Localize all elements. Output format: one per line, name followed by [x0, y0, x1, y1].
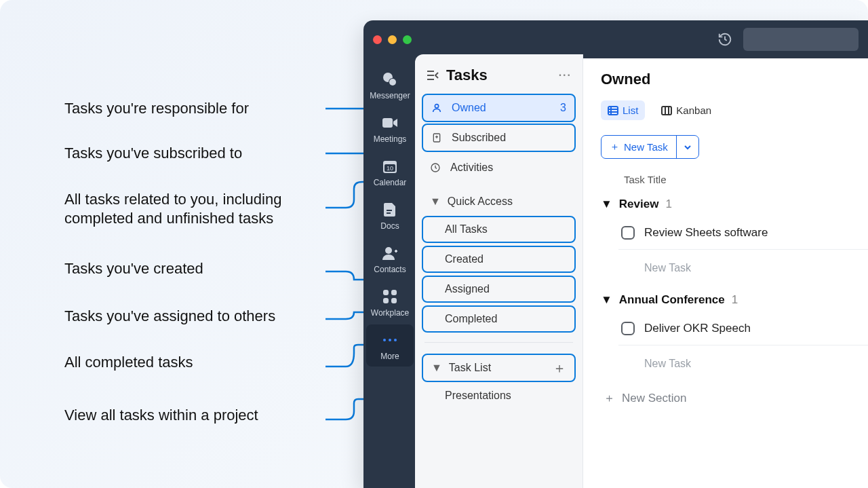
add-task-list-button[interactable]: ＋	[553, 359, 566, 377]
new-section-button[interactable]: ＋ New Section	[601, 379, 868, 406]
window-titlebar	[363, 20, 868, 58]
add-task-inline[interactable]: New Task	[601, 252, 868, 284]
svg-rect-20	[608, 107, 618, 115]
task-group-review[interactable]: ▼ Review 1	[601, 198, 868, 211]
svg-rect-10	[383, 290, 389, 295]
bookmark-icon	[431, 132, 443, 143]
svg-point-2	[389, 79, 396, 86]
sidebar-item-all-tasks[interactable]: All Tasks	[422, 216, 576, 243]
close-window-button[interactable]	[373, 35, 382, 44]
view-tab-list[interactable]: List	[601, 100, 645, 120]
caret-down-icon: ▼	[601, 293, 612, 307]
nav-docs[interactable]: Docs	[366, 194, 414, 236]
clock-icon	[430, 162, 442, 173]
svg-rect-24	[662, 107, 671, 115]
plus-icon: ＋	[610, 140, 620, 153]
new-task-button[interactable]: ＋ New Task	[601, 135, 699, 159]
window-controls[interactable]	[373, 35, 412, 44]
svg-rect-11	[391, 290, 397, 295]
sidebar-item-owned[interactable]: Owned 3	[422, 94, 576, 122]
tasks-sidebar: Tasks ··· Owned 3 Subscribed	[415, 54, 583, 488]
apps-icon	[381, 288, 399, 305]
sidebar-item-completed[interactable]: Completed	[422, 305, 576, 333]
owned-count: 3	[560, 102, 566, 114]
panel-menu-icon[interactable]: ···	[559, 69, 572, 81]
svg-rect-13	[391, 298, 397, 303]
callout-subscribed: Tasks you've subscribed to	[64, 144, 349, 163]
callout-tasklist: View all tasks within a project	[64, 406, 349, 425]
sidebar-item-created[interactable]: Created	[422, 246, 576, 273]
add-task-inline[interactable]: New Task	[601, 348, 868, 379]
view-tab-kanban[interactable]: Kanban	[654, 100, 718, 120]
sidebar-item-presentations[interactable]: Presentations	[422, 382, 576, 409]
sidebar-item-assigned[interactable]: Assigned	[422, 276, 576, 303]
search-input[interactable]	[743, 28, 859, 51]
section-task-list[interactable]: ▼ Task List ＋	[422, 354, 576, 382]
sidebar-item-activities[interactable]: Activities	[422, 153, 576, 182]
kanban-icon	[661, 106, 672, 115]
nav-workplace[interactable]: Workplace	[366, 281, 414, 323]
caret-down-icon: ▼	[601, 198, 612, 211]
video-icon	[381, 114, 399, 132]
panel-collapse-icon[interactable]	[426, 69, 439, 81]
task-checkbox[interactable]	[621, 226, 635, 240]
task-group-conference[interactable]: ▼ Annual Conference 1	[601, 293, 868, 307]
callout-created: Tasks you've created	[64, 259, 349, 278]
nav-calendar[interactable]: 10 Calendar	[366, 151, 414, 193]
caret-down-icon: ▼	[431, 362, 442, 374]
more-icon	[381, 331, 399, 349]
list-icon	[608, 106, 618, 115]
docs-icon	[381, 201, 399, 219]
svg-point-17	[435, 105, 438, 108]
nav-contacts[interactable]: Contacts	[366, 238, 414, 280]
callout-activities: All tasks related to you, including comp…	[64, 190, 349, 228]
svg-point-9	[385, 247, 392, 254]
user-icon	[431, 102, 443, 113]
plus-icon: ＋	[604, 390, 615, 406]
sidebar-item-subscribed[interactable]: Subscribed	[422, 124, 576, 152]
nav-more[interactable]: More	[366, 324, 414, 367]
svg-text:10: 10	[387, 165, 393, 172]
caret-down-icon: ▼	[430, 195, 441, 208]
messenger-icon	[381, 71, 399, 88]
new-task-dropdown[interactable]	[677, 136, 698, 158]
task-title: Deliver OKR Speech	[644, 322, 751, 335]
calendar-icon: 10	[381, 157, 399, 175]
maximize-window-button[interactable]	[403, 35, 412, 44]
column-header-title: Task Title	[601, 174, 868, 185]
callout-completed: All completed tasks	[64, 353, 349, 372]
section-quick-access[interactable]: ▼ Quick Access	[422, 187, 576, 216]
nav-meetings[interactable]: Meetings	[366, 107, 414, 149]
main-content: Owned List Kanban ＋	[583, 58, 868, 488]
panel-title: Tasks	[446, 67, 559, 84]
minimize-window-button[interactable]	[388, 35, 397, 44]
history-icon[interactable]	[713, 28, 736, 51]
page-title: Owned	[601, 71, 868, 88]
task-row[interactable]: Review Sheets software	[601, 219, 868, 246]
nav-rail: Messenger Meetings 10 Calendar Docs	[363, 58, 416, 488]
task-checkbox[interactable]	[621, 322, 635, 335]
callout-owned: Tasks you're responsible for	[64, 99, 349, 118]
svg-rect-8	[387, 212, 391, 214]
nav-messenger[interactable]: Messenger	[366, 64, 414, 106]
svg-rect-7	[387, 210, 392, 211]
app-window: Messenger Meetings 10 Calendar Docs	[363, 20, 868, 488]
svg-rect-3	[382, 118, 393, 128]
svg-rect-12	[383, 298, 389, 303]
contacts-icon	[381, 244, 399, 262]
callout-assigned: Tasks you've assigned to others	[64, 307, 349, 326]
task-title: Review Sheets software	[644, 226, 768, 240]
task-row[interactable]: Deliver OKR Speech	[601, 315, 868, 342]
